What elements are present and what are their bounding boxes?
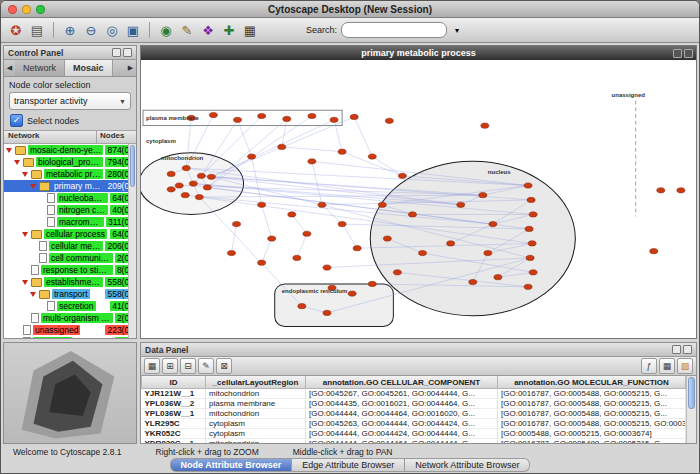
tree-item-macromolecule[interactable]: macromolecule...311(0): [4, 216, 136, 228]
tree-item-label: cellular process: [44, 229, 107, 239]
tree-item-primary-metab[interactable]: primary metab...209(0): [4, 180, 136, 192]
table-cell: [GO:0045267, GO:0045261, GO:0044444, G..…: [306, 389, 498, 399]
column-header-annotation-go-molecular-function[interactable]: annotation.GO MOLECULAR_FUNCTION: [498, 376, 686, 389]
layout-icon[interactable]: ✚: [220, 21, 238, 39]
column-header-annotation-go-cellular-component[interactable]: annotation.GO CELLULAR_COMPONENT: [306, 376, 498, 389]
minimize-window-icon[interactable]: [22, 5, 31, 14]
expand-arrow-icon[interactable]: [22, 232, 28, 237]
table-scrollbar[interactable]: [686, 376, 696, 443]
tree-item-cellular-metabo[interactable]: cellular metabo...206(0): [4, 240, 136, 252]
tree-item-label: nitrogen compo...: [57, 205, 108, 215]
close-panel-icon[interactable]: [123, 48, 132, 57]
network-canvas[interactable]: plasma membranecytoplasmmitochondrionnuc…: [141, 60, 696, 338]
tab-node-attribute-browser[interactable]: Node Attribute Browser: [170, 458, 293, 472]
delete-rows-icon[interactable]: ⊠: [216, 358, 232, 374]
table-row[interactable]: YPL036W__1mitochondrion[GO:0044444, GO:0…: [142, 409, 686, 419]
function-builder-icon[interactable]: ƒ: [641, 358, 657, 374]
table-cell: YKR052C: [142, 429, 206, 439]
column-header-id[interactable]: ID: [142, 376, 206, 389]
delete-attribute-icon[interactable]: ⊟: [180, 358, 196, 374]
print-icon[interactable]: ▤: [28, 21, 46, 39]
zoom-fit-icon[interactable]: ▣: [124, 21, 142, 39]
table-row[interactable]: YPL036W__2plasma membrane[GO:0044435, GO…: [142, 399, 686, 409]
tab-scroll-right-icon[interactable]: ▶: [125, 60, 136, 76]
tab-network[interactable]: Network: [15, 60, 65, 76]
search-options-icon[interactable]: ▾: [451, 21, 463, 39]
tree-scrollbar[interactable]: [128, 144, 136, 338]
column-header-cellularlayoutregion[interactable]: _cellularLayoutRegion: [206, 376, 306, 389]
tree-item-nitrogen-compo[interactable]: nitrogen compo...40(0): [4, 204, 136, 216]
document-icon: [47, 193, 55, 203]
float-data-panel-icon[interactable]: [672, 345, 681, 354]
select-attributes-icon[interactable]: ▦: [144, 358, 160, 374]
zoom-selected-icon[interactable]: ◎: [103, 21, 121, 39]
table-row[interactable]: YKR052Ccytoplasm[GO:0044444, GO:0044424,…: [142, 429, 686, 439]
table-row[interactable]: YDR039C__1mitochondrion[GO:0044444, GO:0…: [142, 439, 686, 444]
expand-arrow-icon[interactable]: [22, 172, 28, 177]
search-area: Search: ▾: [306, 21, 463, 39]
tree-item-label: mosaic-demo-yeast: [28, 145, 103, 155]
tab-scroll-left-icon[interactable]: ◀: [4, 60, 15, 76]
zoom-window-icon[interactable]: [36, 5, 45, 14]
network-overview-icon[interactable]: ◉: [157, 21, 175, 39]
close-data-panel-icon[interactable]: [683, 345, 692, 354]
select-nodes-checkbox[interactable]: ✓: [10, 114, 23, 127]
tree-item-label: cell communica...: [49, 253, 113, 263]
close-view-icon[interactable]: [684, 49, 693, 58]
tree-item-nucleobase[interactable]: nucleobase...64(0): [4, 192, 136, 204]
data-panel-toolbar: ▦⊞⊟✎⊠ ƒ▦▨: [141, 357, 696, 376]
tree-item-cellular-process[interactable]: cellular process64(0): [4, 228, 136, 240]
tree-item-cell-communica[interactable]: cell communica...2(0): [4, 252, 136, 264]
tree-item-mosaic-demo-yeast[interactable]: mosaic-demo-yeast874(0): [4, 144, 136, 156]
zoom-out-icon[interactable]: ⊖: [82, 21, 100, 39]
tab-mosaic[interactable]: Mosaic: [65, 60, 113, 76]
edit-attribute-icon[interactable]: ✎: [198, 358, 214, 374]
expand-arrow-icon[interactable]: [6, 148, 12, 153]
close-window-icon[interactable]: [8, 5, 17, 14]
annotation-icon[interactable]: ✎: [178, 21, 196, 39]
float-panel-icon[interactable]: [112, 48, 121, 57]
plugins-icon[interactable]: ▦: [241, 21, 259, 39]
import-table-icon[interactable]: ▦: [659, 358, 675, 374]
table-row[interactable]: YJR121W__1mitochondrion[GO:0045267, GO:0…: [142, 389, 686, 399]
snapshot-icon[interactable]: ✪: [7, 21, 25, 39]
tree-item-multi-organism-pro[interactable]: multi-organism pro...2(0): [4, 312, 136, 324]
tree-header-network[interactable]: Network: [4, 131, 97, 143]
window-titlebar[interactable]: Cytoscape Desktop (New Session): [1, 1, 699, 18]
tree-item-secretion[interactable]: secretion41(0): [4, 300, 136, 312]
select-nodes-row: ✓ Select nodes: [4, 112, 136, 130]
tree-item-label: nucleobase...: [57, 193, 108, 203]
open-folder-icon[interactable]: ▨: [677, 358, 693, 374]
tree-item-overview[interactable]: Overview8(0): [4, 336, 136, 338]
table-cell: cytoplasm: [206, 419, 306, 429]
network-view-titlebar[interactable]: primary metabolic process: [141, 46, 696, 60]
search-input[interactable]: [341, 22, 447, 38]
create-attribute-icon[interactable]: ⊞: [162, 358, 178, 374]
table-cell: cytoplasm: [206, 429, 306, 439]
cytoscape-window: Cytoscape Desktop (New Session) ✪▤⊕⊖◎▣◉✎…: [0, 0, 700, 474]
expand-arrow-icon[interactable]: [30, 184, 36, 189]
tree-item-metabolic-process[interactable]: metabolic process280(0): [4, 168, 136, 180]
tab-edge-attribute-browser[interactable]: Edge Attribute Browser: [292, 458, 405, 472]
control-panel: Control Panel ◀ NetworkMosaic ▶ Node col…: [3, 45, 137, 339]
data-panel-toolbar-right: ƒ▦▨: [641, 358, 693, 374]
zoom-in-icon[interactable]: ⊕: [61, 21, 79, 39]
tab-network-attribute-browser[interactable]: Network Attribute Browser: [405, 458, 530, 472]
tree-header-nodes[interactable]: Nodes: [97, 131, 136, 143]
float-view-icon[interactable]: [673, 49, 682, 58]
tree-item-unassigned[interactable]: unassigned223(0): [4, 324, 136, 336]
tree-item-transport[interactable]: transport558(0): [4, 288, 136, 300]
node-color-dropdown[interactable]: transporter activity ▼: [9, 92, 131, 110]
expand-arrow-icon[interactable]: [14, 160, 20, 165]
tree-item-label: transport: [52, 289, 90, 299]
folder-icon: [23, 158, 34, 167]
birds-eye-view[interactable]: [3, 342, 137, 444]
table-row[interactable]: YLR295Ccytoplasm[GO:0045263, GO:0044444,…: [142, 419, 686, 429]
vizmapper-icon[interactable]: ❖: [199, 21, 217, 39]
tree-item-establishment-of-lo[interactable]: establishment of lo...558(0): [4, 276, 136, 288]
tree-item-biological-process[interactable]: biological_process794(0): [4, 156, 136, 168]
expand-arrow-icon[interactable]: [22, 280, 28, 285]
expand-arrow-icon[interactable]: [30, 292, 36, 297]
control-panel-header: Control Panel: [4, 46, 136, 60]
tree-item-response-to-stimul[interactable]: response to stimul...8(0): [4, 264, 136, 276]
